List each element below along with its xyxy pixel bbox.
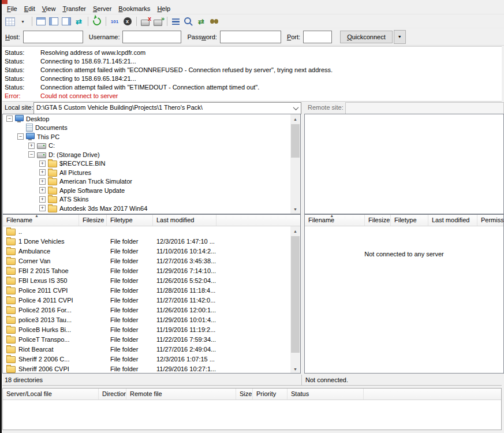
scroll-down-icon[interactable]: ▼ bbox=[290, 364, 300, 374]
tree-node[interactable]: +American Truck Simulator bbox=[3, 177, 300, 186]
tree-scrollbar[interactable]: ▲ ▼ bbox=[290, 114, 300, 214]
file-row[interactable]: Sheriff 2 2006 C...File folder12/3/2016 … bbox=[3, 354, 300, 364]
column-header-filename[interactable]: Filename▲ bbox=[305, 215, 365, 226]
window-left-edge bbox=[0, 0, 2, 433]
find-button[interactable] bbox=[208, 16, 220, 27]
username-input[interactable] bbox=[122, 31, 181, 43]
password-input[interactable] bbox=[220, 31, 281, 43]
site-manager-button[interactable] bbox=[4, 16, 16, 27]
column-header-priority[interactable]: Priority bbox=[253, 389, 288, 400]
column-header-server-local-file[interactable]: Server/Local file bbox=[3, 389, 99, 400]
scroll-up-icon[interactable]: ▲ bbox=[290, 226, 300, 236]
file-row[interactable]: Police 4 2011 CVPIFile folder11/27/2016 … bbox=[3, 295, 300, 305]
expand-icon[interactable]: + bbox=[39, 187, 46, 193]
expand-icon[interactable]: + bbox=[39, 160, 46, 167]
file-name: Police 4 2011 CVPI bbox=[18, 297, 73, 304]
port-input[interactable] bbox=[303, 31, 332, 43]
host-label: Host: bbox=[5, 33, 20, 40]
file-row[interactable]: Corner VanFile folder11/27/2016 3:45:38.… bbox=[3, 256, 300, 266]
refresh-button[interactable] bbox=[91, 16, 103, 27]
column-header-status[interactable]: Status bbox=[288, 389, 364, 400]
file-row[interactable]: FBI 2 2015 TahoeFile folder11/29/2016 7:… bbox=[3, 266, 300, 275]
file-name-cell: Ambulance bbox=[3, 247, 79, 255]
sync-browsing-button[interactable]: ⇄ bbox=[195, 16, 207, 27]
file-row[interactable]: PoliceB Hurks Bi...File folder11/19/2016… bbox=[3, 324, 300, 334]
column-header-filename[interactable]: Filename▲ bbox=[3, 215, 79, 226]
column-header-direction[interactable]: Direction bbox=[99, 389, 126, 400]
tree-node[interactable]: +C: bbox=[3, 141, 300, 151]
tree-node[interactable]: +$RECYCLE.BIN bbox=[3, 159, 300, 169]
column-header-last-modified[interactable]: Last modified bbox=[428, 215, 477, 226]
expand-icon[interactable]: + bbox=[28, 143, 35, 149]
column-header-remote-file[interactable]: Remote file bbox=[126, 389, 236, 400]
collapse-icon[interactable]: − bbox=[6, 115, 13, 122]
column-header-filetype[interactable]: Filetype bbox=[107, 215, 153, 226]
compare-button[interactable] bbox=[182, 16, 195, 27]
expand-icon[interactable]: + bbox=[39, 169, 46, 176]
host-input[interactable] bbox=[23, 31, 83, 43]
file-row[interactable]: AmbulanceFile folder11/10/2016 10:14:2..… bbox=[3, 246, 300, 256]
reconnect-button[interactable] bbox=[152, 16, 164, 27]
tree-node[interactable]: +All Pictures bbox=[3, 168, 300, 177]
site-manager-dropdown-button[interactable]: ▾ bbox=[17, 16, 29, 27]
file-row[interactable]: police3 2013 Tau...File folder11/29/2016… bbox=[3, 315, 300, 324]
tree-node[interactable]: +Apple Software Update bbox=[3, 186, 300, 195]
cancel-button[interactable]: x bbox=[121, 16, 133, 27]
toggle-local-tree-button[interactable] bbox=[47, 16, 59, 27]
tree-node[interactable]: Documents bbox=[3, 124, 300, 133]
expand-icon[interactable]: + bbox=[39, 178, 46, 185]
disconnect-button[interactable] bbox=[139, 16, 151, 27]
toggle-transfer-queue-button[interactable]: ⇄ bbox=[73, 16, 85, 27]
column-header-filetype[interactable]: Filetype bbox=[391, 215, 428, 226]
folder-icon bbox=[6, 229, 16, 236]
folder-icon bbox=[6, 307, 16, 314]
filter-button[interactable] bbox=[170, 16, 182, 27]
scroll-down-icon[interactable]: ▼ bbox=[290, 204, 300, 214]
quickconnect-dropdown-button[interactable]: ▼ bbox=[394, 30, 406, 44]
menu-file[interactable]: File bbox=[3, 4, 21, 13]
process-queue-button[interactable]: 101 bbox=[109, 16, 121, 27]
column-header-filesize[interactable]: Filesize bbox=[365, 215, 391, 226]
toggle-remote-tree-button[interactable] bbox=[60, 16, 72, 27]
quickconnect-button[interactable]: Quickconnect bbox=[340, 31, 393, 43]
local-site-combo[interactable]: D:\GTA 5 Custom Vehicle Building\Project… bbox=[33, 102, 301, 114]
file-row[interactable]: Police 2011 CVPIFile folder11/28/2016 11… bbox=[3, 285, 300, 295]
file-row[interactable]: Police2 2016 For...File folder11/26/2016… bbox=[3, 305, 300, 315]
column-header-last-modified[interactable]: Last modified bbox=[153, 215, 216, 226]
scrollbar-thumb[interactable] bbox=[291, 236, 300, 353]
menu-bookmarks[interactable]: Bookmarks bbox=[115, 4, 154, 13]
collapse-icon[interactable]: − bbox=[17, 133, 24, 140]
file-row[interactable]: 1 Done VehiclesFile folder12/3/2016 1:47… bbox=[3, 236, 300, 246]
toolbar-separator bbox=[88, 17, 88, 26]
menu-server[interactable]: Server bbox=[89, 4, 115, 13]
menu-view[interactable]: View bbox=[39, 4, 59, 13]
tree-node[interactable]: −Desktop bbox=[3, 114, 300, 124]
tree-node[interactable]: +Autodesk 3ds Max 2017 Win64 bbox=[3, 204, 300, 213]
expand-icon[interactable]: + bbox=[39, 205, 46, 211]
file-row[interactable]: Sheriff 2006 CVPIFile folder11/29/2016 1… bbox=[3, 364, 300, 374]
local-list-scrollbar[interactable]: ▲ ▼ bbox=[290, 226, 300, 374]
column-header-permissio[interactable]: Permissio... bbox=[477, 215, 504, 226]
tree-node[interactable]: −D: (Storage Drive) bbox=[3, 150, 300, 159]
file-modified: 11/29/2016 7:14:10... bbox=[153, 267, 216, 274]
log-entry-message: Connecting to 158.69.65.184:21... bbox=[40, 74, 136, 83]
menu-edit[interactable]: Edit bbox=[21, 4, 39, 13]
expand-icon[interactable]: + bbox=[39, 196, 46, 203]
file-type: File folder bbox=[107, 277, 153, 284]
toggle-message-log-button[interactable] bbox=[35, 16, 47, 27]
tree-node[interactable]: −This PC bbox=[3, 132, 300, 141]
chevron-down-icon[interactable] bbox=[291, 103, 301, 114]
file-row[interactable]: .. bbox=[3, 226, 300, 236]
menu-transfer[interactable]: Transfer bbox=[59, 4, 89, 13]
folder-icon bbox=[6, 248, 16, 255]
column-header-size[interactable]: Size bbox=[236, 389, 253, 400]
collapse-icon[interactable]: − bbox=[28, 151, 35, 158]
file-row[interactable]: Riot BearcatFile folder11/27/2016 2:49:0… bbox=[3, 344, 300, 354]
tree-node[interactable]: +ATS Skins bbox=[3, 195, 300, 204]
scrollbar-thumb[interactable] bbox=[291, 124, 300, 158]
file-row[interactable]: PoliceT Transpo...File folder11/22/2016 … bbox=[3, 334, 300, 344]
scroll-up-icon[interactable]: ▲ bbox=[290, 114, 300, 124]
menu-help[interactable]: Help bbox=[154, 4, 174, 13]
column-header-filesize[interactable]: Filesize bbox=[79, 215, 107, 226]
file-row[interactable]: FBI Lexus IS 350File folder11/26/2016 5:… bbox=[3, 275, 300, 285]
